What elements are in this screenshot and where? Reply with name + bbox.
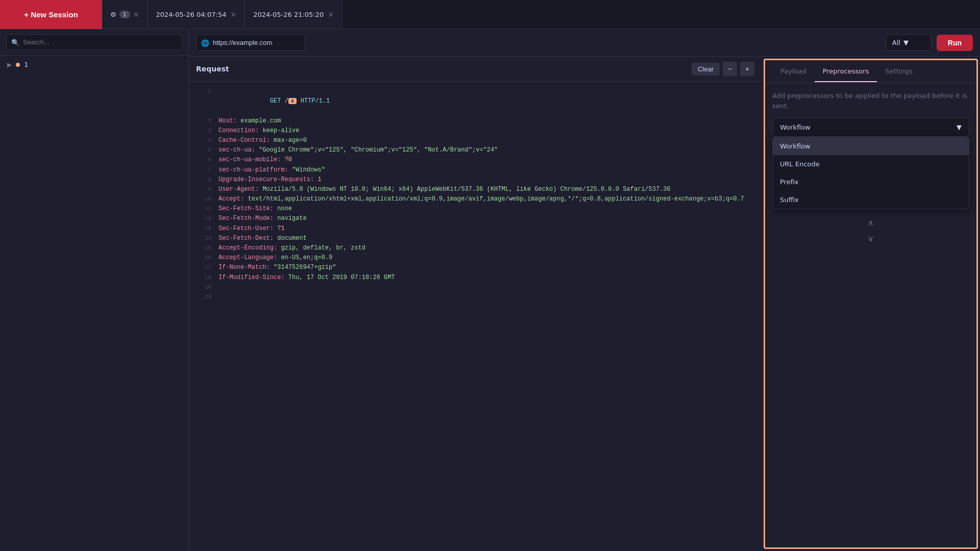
content-area: 🌐 All ▼ Run Request Clear − + [189, 29, 980, 551]
code-line-11: 11 Sec-Fetch-Site: none [189, 204, 762, 214]
search-input[interactable] [6, 34, 182, 50]
filter-tab-close[interactable]: × [133, 11, 139, 18]
line-num-20: 20 [196, 293, 211, 302]
header-actions: Clear − + [692, 62, 754, 76]
request-header: Request Clear − + [189, 57, 762, 82]
right-panel-content: Add preprocessors to be applied to the p… [765, 83, 976, 547]
code-line-6: 6 sec-ch-ua-mobile: ?0 [189, 155, 762, 165]
code-line-12: 12 Sec-Fetch-Mode: navigate [189, 214, 762, 223]
line-content-12: Sec-Fetch-Mode: navigate [218, 214, 307, 223]
line-num-3: 3 [196, 127, 211, 136]
dropdown-item-suffix[interactable]: Suffix [773, 191, 969, 209]
line-num-18: 18 [196, 273, 211, 283]
tab-0-close[interactable]: × [230, 11, 236, 18]
tab-settings[interactable]: Settings [877, 60, 920, 82]
code-line-10: 10 Accept: text/html,application/xhtml+x… [189, 194, 762, 204]
new-session-button[interactable]: + New Session [0, 0, 102, 29]
filter-icon: ⚙ [110, 11, 116, 18]
tab-1-close[interactable]: × [328, 11, 334, 18]
filter-count: 1 [119, 11, 130, 18]
line-num-19: 19 [196, 283, 211, 292]
tab-0-label: 2024-05-26 04:07:54 [156, 11, 226, 18]
code-line-8: 8 Upgrade-Insecure-Requests: 1 [189, 175, 762, 185]
line-num-5: 5 [196, 146, 211, 155]
line-content-9: User-Agent: Mozilla/5.0 (Windows NT 10.0… [218, 185, 671, 194]
code-line-20: 20 [189, 292, 762, 302]
code-line-16: 16 Accept-Language: en-US,en;q=0.9 [189, 253, 762, 263]
line-content-16: Accept-Language: en-US,en;q=0.9 [218, 253, 332, 263]
dropdown-item-url-encode[interactable]: URL Encode [773, 155, 969, 173]
code-line-3: 3 Connection: keep-alive [189, 126, 762, 136]
sidebar: 🔍 ▶ 1 [0, 29, 189, 551]
tab-payload[interactable]: Payload [772, 60, 815, 82]
line-num-7: 7 [196, 166, 211, 175]
status-dot [16, 63, 20, 67]
line-num-16: 16 [196, 254, 211, 263]
line-content-7: sec-ch-ua-platform: "Windows" [218, 165, 325, 175]
dropdown-selected-value: Workflow [780, 123, 811, 131]
tab-1[interactable]: 2024-05-26 21:05:20 × [245, 0, 342, 29]
main-layout: 🔍 ▶ 1 🌐 All ▼ Run [0, 29, 980, 551]
method-label: All [892, 39, 900, 46]
dropdown-item-prefix[interactable]: Prefix [773, 173, 969, 191]
tab-preprocessors[interactable]: Preprocessors [815, 60, 877, 82]
clear-button[interactable]: Clear [692, 63, 720, 76]
method-dropdown[interactable]: All ▼ [886, 34, 932, 51]
request-editor: Request Clear − + 1 GET /x HTTP/1.1 [189, 57, 762, 551]
tab-0[interactable]: 2024-05-26 04:07:54 × [148, 0, 245, 29]
increase-button[interactable]: + [740, 62, 754, 76]
line-content-1: GET /x HTTP/1.1 [218, 87, 330, 116]
search-icon: 🔍 [11, 38, 19, 46]
dropdown-item-workflow[interactable]: Workflow [773, 137, 969, 155]
code-line-18: 18 If-Modified-Since: Thu, 17 Oct 2019 0… [189, 273, 762, 283]
decrease-button[interactable]: − [723, 62, 737, 76]
line-num-4: 4 [196, 136, 211, 145]
scroll-controls: ∧ ∨ [772, 216, 969, 245]
code-line-2: 2 Host: example.com [189, 116, 762, 126]
sidebar-item-1[interactable]: ▶ 1 [0, 56, 188, 73]
line-content-6: sec-ch-ua-mobile: ?0 [218, 155, 292, 165]
sidebar-item-label: 1 [24, 61, 28, 68]
expand-icon: ▶ [7, 61, 12, 68]
url-bar: 🌐 All ▼ Run [189, 29, 980, 57]
description-text: Add preprocessors to be applied to the p… [772, 91, 969, 111]
filter-tab[interactable]: ⚙ 1 × [102, 0, 148, 29]
chevron-down-icon: ▼ [903, 39, 909, 46]
line-num-2: 2 [196, 117, 211, 126]
url-input-wrapper: 🌐 [196, 34, 880, 51]
line-content-8: Upgrade-Insecure-Requests: 1 [218, 175, 322, 185]
tab-bar: + New Session ⚙ 1 × 2024-05-26 04:07:54 … [0, 0, 980, 29]
line-num-1: 1 [196, 87, 211, 96]
run-button[interactable]: Run [937, 35, 973, 51]
line-content-18: If-Modified-Since: Thu, 17 Oct 2019 07:1… [218, 273, 395, 283]
request-panel: Request Clear − + 1 GET /x HTTP/1.1 [189, 57, 980, 551]
line-num-17: 17 [196, 263, 211, 272]
right-panel-tabs: Payload Preprocessors Settings [765, 60, 976, 83]
line-content-3: Connection: keep-alive [218, 126, 299, 136]
tabs-container: ⚙ 1 × 2024-05-26 04:07:54 × 2024-05-26 2… [102, 0, 342, 29]
code-line-19: 19 [189, 283, 762, 292]
line-num-12: 12 [196, 214, 211, 223]
scroll-down-button[interactable]: ∨ [864, 232, 878, 245]
code-line-7: 7 sec-ch-ua-platform: "Windows" [189, 165, 762, 175]
code-line-17: 17 If-None-Match: "3147526947+gzip" [189, 263, 762, 272]
line-num-9: 9 [196, 185, 211, 194]
line-content-17: If-None-Match: "3147526947+gzip" [218, 263, 336, 272]
line-content-2: Host: example.com [218, 116, 281, 126]
code-line-15: 15 Accept-Encoding: gzip, deflate, br, z… [189, 243, 762, 253]
chevron-down-icon: ▼ [957, 123, 962, 131]
search-wrapper: 🔍 [6, 34, 182, 50]
preprocessor-dropdown[interactable]: Workflow ▼ [772, 118, 969, 137]
code-line-4: 4 Cache-Control: max-age=0 [189, 136, 762, 145]
code-editor[interactable]: 1 GET /x HTTP/1.1 2 Host: example.com 3 … [189, 82, 762, 551]
code-line-14: 14 Sec-Fetch-Dest: document [189, 234, 762, 243]
search-bar: 🔍 [0, 29, 188, 56]
line-content-14: Sec-Fetch-Dest: document [218, 234, 307, 243]
line-num-13: 13 [196, 224, 211, 234]
line-content-11: Sec-Fetch-Site: none [218, 204, 292, 214]
scroll-up-button[interactable]: ∧ [864, 216, 878, 230]
right-panel: Payload Preprocessors Settings Add prepr… [764, 59, 978, 549]
code-line-1: 1 GET /x HTTP/1.1 [189, 87, 762, 116]
line-content-5: sec-ch-ua: "Google Chrome";v="125", "Chr… [218, 145, 498, 155]
url-input[interactable] [196, 34, 305, 51]
